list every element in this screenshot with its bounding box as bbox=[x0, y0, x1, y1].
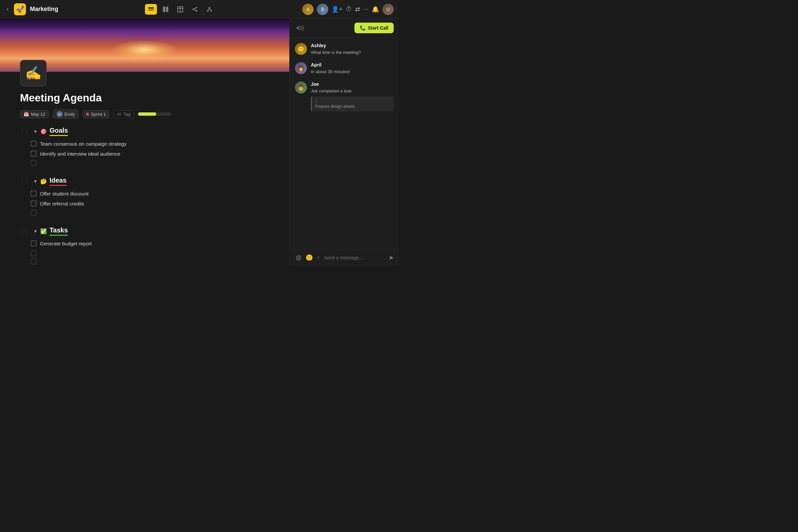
svg-rect-2 bbox=[163, 7, 165, 12]
sprint-tag[interactable]: Sprint 1 bbox=[82, 110, 109, 118]
assignee-avatar: E bbox=[57, 111, 62, 117]
goals-checkbox-2[interactable] bbox=[31, 151, 37, 157]
phone-icon: 📞 bbox=[360, 25, 365, 31]
tasks-emoji: ✅ bbox=[40, 228, 47, 234]
ideas-empty-checkbox[interactable] bbox=[31, 210, 37, 216]
tasks-item-1: Generate budget report bbox=[20, 239, 269, 248]
ideas-item-2: Offer referral credits bbox=[20, 198, 269, 208]
goals-text-1: Team consensus on campaign strategy bbox=[40, 141, 126, 147]
section-tasks: ⋮⋮ ▼ ✅ Tasks Generate budget report bbox=[20, 226, 269, 264]
app-title: Marketing bbox=[30, 6, 58, 13]
upload-button[interactable]: ↑ bbox=[316, 253, 321, 262]
svg-point-7 bbox=[192, 8, 194, 10]
start-call-label: Start Call bbox=[368, 25, 388, 31]
view-icon-share[interactable] bbox=[189, 4, 201, 15]
progress-fill bbox=[138, 112, 156, 116]
chat-message-joe: 👨 Joe Joe completed a task │ Prepare des… bbox=[295, 81, 394, 111]
avatar-user2: B bbox=[317, 4, 328, 15]
page-icon-container: ✍️ bbox=[20, 60, 46, 87]
flow-icon[interactable]: ⇄ bbox=[355, 6, 360, 13]
timer-icon[interactable]: ⏱ bbox=[346, 6, 352, 13]
ashley-text: What time is the meeting? bbox=[311, 50, 394, 56]
ideas-title: Ideas bbox=[50, 176, 66, 186]
tasks-text-1: Generate budget report bbox=[40, 241, 92, 246]
assignee-tag[interactable]: E Emily bbox=[53, 109, 79, 119]
chat-message-input[interactable] bbox=[324, 254, 385, 262]
more-icon[interactable]: ··· bbox=[363, 6, 368, 13]
section-goals: ⋮⋮ ▼ 🎯 Goals Team consensus on campaign … bbox=[20, 127, 269, 166]
add-member-icon[interactable]: 👤+ bbox=[331, 6, 342, 13]
collapse-ideas[interactable]: ▼ bbox=[33, 179, 38, 184]
goals-checkbox-1[interactable] bbox=[31, 141, 37, 147]
send-button[interactable]: ➤ bbox=[389, 254, 394, 261]
view-icon-columns[interactable] bbox=[159, 4, 172, 15]
page-content: Meeting Agenda 📅 May 12 E Emily Sprint 1… bbox=[0, 87, 289, 266]
mention-button[interactable]: @ bbox=[295, 253, 302, 262]
chat-message-ashley: 🙂 Ashley What time is the meeting? bbox=[295, 43, 394, 56]
goals-empty-checkbox[interactable] bbox=[31, 160, 37, 166]
section-ideas-header: ⋮⋮ ▼ 🤔 Ideas bbox=[20, 176, 269, 186]
joe-task-card: │ Prepare design assets bbox=[311, 96, 394, 111]
tasks-empty-checkbox-1[interactable] bbox=[31, 250, 37, 256]
tag-label[interactable]: 🏷 Tag bbox=[113, 110, 134, 118]
goals-item-2: Identify and interview ideal audience bbox=[20, 149, 269, 158]
ideas-text-2: Offer referral credits bbox=[40, 201, 84, 207]
tasks-empty-checkbox-2[interactable] bbox=[31, 258, 37, 264]
svg-point-9 bbox=[196, 10, 197, 12]
date-tag[interactable]: 📅 May 12 bbox=[20, 110, 49, 118]
assignee-label: Emily bbox=[64, 112, 75, 117]
ideas-checkbox-1[interactable] bbox=[31, 191, 37, 196]
tasks-title: Tasks bbox=[50, 226, 68, 236]
ashley-name: Ashley bbox=[311, 43, 394, 48]
svg-rect-1 bbox=[148, 9, 154, 11]
right-sidebar: | 📞 Start Call 🙂 Ashley What time is the… bbox=[289, 19, 399, 266]
emoji-button[interactable]: 🙂 bbox=[305, 253, 314, 262]
progress-bar-container bbox=[138, 112, 171, 116]
view-icon-network[interactable] bbox=[204, 4, 215, 15]
content-area: ✍️ Meeting Agenda 📅 May 12 E Emily Sprin… bbox=[0, 19, 289, 266]
goals-emoji: 🎯 bbox=[40, 128, 47, 135]
drag-handle-ideas[interactable]: ⋮⋮ bbox=[20, 178, 29, 184]
drag-handle-goals[interactable]: ⋮⋮ bbox=[20, 129, 29, 134]
svg-line-11 bbox=[194, 10, 196, 11]
top-navigation: ‹ 🚀 Marketing bbox=[0, 0, 399, 19]
chat-input-area: @ 🙂 ↑ ➤ bbox=[290, 249, 399, 266]
joe-text: Joe completed a task bbox=[311, 88, 394, 94]
svg-line-17 bbox=[297, 26, 300, 28]
meta-row: 📅 May 12 E Emily Sprint 1 🏷 Tag bbox=[20, 109, 269, 119]
app-logo: 🚀 bbox=[14, 3, 26, 15]
collapse-sidebar-button[interactable]: | bbox=[295, 25, 304, 31]
chat-input-row: @ 🙂 ↑ ➤ bbox=[295, 253, 394, 262]
section-ideas: ⋮⋮ ▼ 🤔 Ideas Offer student discount Offe… bbox=[20, 176, 269, 216]
avatar-current-user[interactable]: U bbox=[382, 4, 394, 15]
page-icon[interactable]: ✍️ bbox=[20, 60, 46, 87]
date-label: May 12 bbox=[31, 112, 45, 117]
back-button[interactable]: ‹ bbox=[5, 4, 10, 14]
svg-line-15 bbox=[208, 8, 209, 10]
goals-item-1: Team consensus on campaign strategy bbox=[20, 139, 269, 149]
tag-icon: 🏷 bbox=[117, 112, 121, 117]
notification-icon[interactable]: 🔔 bbox=[372, 6, 379, 13]
joe-task-text: Prepare design assets bbox=[315, 104, 355, 109]
start-call-button[interactable]: 📞 Start Call bbox=[355, 23, 394, 33]
ideas-emoji: 🤔 bbox=[40, 178, 47, 185]
view-icon-table[interactable] bbox=[174, 4, 186, 15]
joe-name: Joe bbox=[311, 81, 394, 87]
april-text: In about 30 minutes! bbox=[311, 69, 394, 75]
collapse-goals[interactable]: ▼ bbox=[33, 129, 38, 134]
tasks-checkbox-1[interactable] bbox=[31, 241, 37, 246]
ashley-avatar: 🙂 bbox=[295, 43, 307, 55]
nav-right: A B 👤+ ⏱ ⇄ ··· 🔔 U bbox=[302, 4, 394, 15]
sprint-label: Sprint 1 bbox=[91, 112, 106, 117]
main-layout: ✍️ Meeting Agenda 📅 May 12 E Emily Sprin… bbox=[0, 19, 399, 266]
drag-handle-tasks[interactable]: ⋮⋮ bbox=[20, 228, 29, 234]
joe-avatar: 👨 bbox=[295, 81, 307, 93]
ideas-text-1: Offer student discount bbox=[40, 191, 89, 196]
avatar-user1: A bbox=[302, 4, 314, 15]
collapse-tasks[interactable]: ▼ bbox=[33, 229, 38, 234]
svg-point-8 bbox=[196, 7, 197, 8]
view-icon-stack[interactable] bbox=[145, 4, 157, 15]
svg-rect-0 bbox=[148, 7, 154, 8]
svg-line-18 bbox=[297, 28, 300, 30]
ideas-checkbox-2[interactable] bbox=[31, 201, 37, 207]
